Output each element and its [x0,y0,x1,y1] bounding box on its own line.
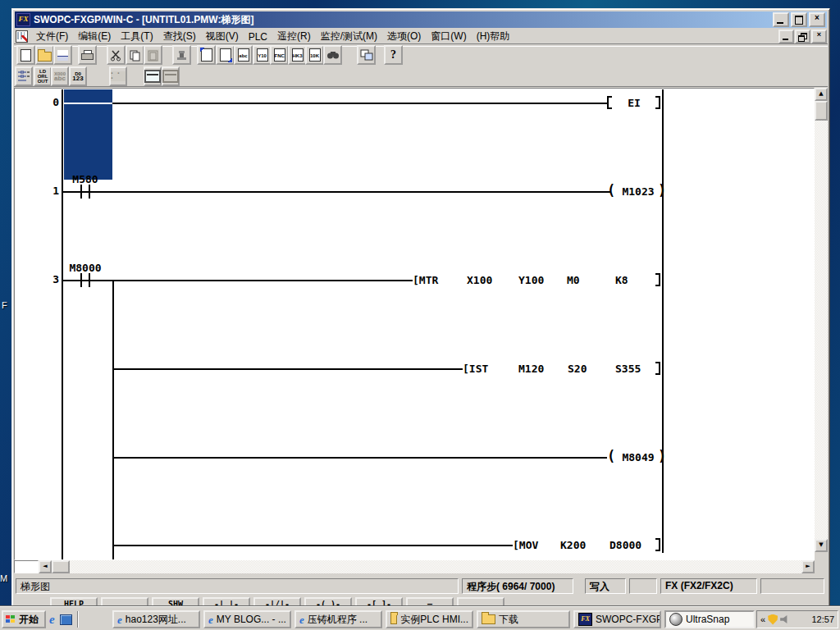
clock: 12:57 [811,614,834,624]
desktop-icon-label-fragment: M [0,573,7,583]
menu-plc[interactable]: PLC [244,30,272,44]
coil-paren-open: ( [607,449,615,463]
convert-button[interactable] [172,45,191,65]
contact-bar [89,273,90,287]
switch-window-button[interactable] [357,45,376,65]
menu-monitor-test[interactable]: 监控/测试(M) [316,28,382,45]
copy-button[interactable] [126,45,144,65]
help-button[interactable]: ? [384,45,403,65]
cut-button[interactable] [107,45,126,65]
contact-bar [80,273,82,287]
maximize-button[interactable] [791,12,807,27]
volume-icon[interactable] [780,615,789,623]
task-diecast-program[interactable]: e 压铸机程序 ... [294,610,382,628]
menu-remote[interactable]: 遥控(R) [272,28,316,45]
internet-explorer-icon: e [117,614,122,626]
monitor-icon [144,70,161,83]
register-view-button[interactable]: 10K [305,45,324,65]
task-ultrasnap[interactable]: UltraSnap [664,610,755,628]
instruction-mtr: [MTR [413,275,438,286]
ultrasnap-icon [669,613,682,626]
horizontal-scroll-thumb[interactable] [52,560,70,573]
menu-find[interactable]: 查找(S) [158,28,201,45]
mdi-minimize-button[interactable] [778,30,794,43]
menu-view[interactable]: 视图(V) [201,28,244,45]
stamp-icon [176,49,188,62]
internet-explorer-icon: e [299,614,304,626]
scroll-right-button[interactable]: ► [801,560,815,573]
rung-number: 1 [43,185,59,197]
close-button[interactable]: × [809,12,825,27]
abc-page-icon: abc [238,48,249,62]
menu-tools[interactable]: 工具(T) [116,28,158,45]
branch-wire [112,280,114,560]
device-comment-button[interactable]: X000 abc [51,66,69,86]
next-screen-button[interactable] [216,45,235,65]
wire [114,368,463,370]
security-shield-icon[interactable] [768,614,778,625]
mdi-restore-button[interactable] [795,30,810,43]
scroll-down-button[interactable]: ▼ [815,539,828,552]
ladder-canvas[interactable]: 0 1 3 EI M580 ( M1023 ) [14,88,815,560]
new-button[interactable] [16,45,35,65]
ladder-symbols-button[interactable] [15,66,33,86]
mdi-close-button[interactable]: × [811,30,827,43]
show-desktop-icon[interactable] [60,614,72,625]
start-button[interactable]: 开始 [2,610,46,628]
horizontal-scrollbar[interactable]: ◄ ► [39,560,815,573]
operand: X100 [467,275,492,286]
menu-window[interactable]: 窗口(W) [426,28,471,45]
coil-paren-close: ) [658,183,666,198]
device-view-button[interactable]: Y10 [253,45,272,65]
menu-help[interactable]: (H)帮助 [472,28,515,45]
save-button[interactable] [53,45,72,65]
task-download-folder[interactable]: 下载 [477,610,570,628]
minimize-button[interactable] [773,12,789,27]
instruction-bracket-close [655,273,660,286]
internet-explorer-icon: e [208,614,213,626]
task-swopc-fxgp[interactable]: FX SWOPC-FXGP/... [573,610,661,628]
instruction-ei: EI [615,98,653,109]
scroll-up-button[interactable]: ▲ [815,88,828,101]
instruction-list-button[interactable]: LD ORL OUT [34,66,52,86]
right-bus-bar [662,89,664,553]
contact-view-button[interactable]: HK3 [288,45,307,65]
operand: S20 [568,363,587,375]
menu-file[interactable]: 文件(F) [31,28,73,45]
title-bar[interactable]: FX SWOPC-FXGP/WIN-C - [UNTITL01.PMW:梯形图]… [15,11,827,28]
paste-button[interactable] [144,45,162,65]
abc-label: abc [54,76,66,81]
wire [112,103,607,104]
register-value-button[interactable]: D0 123 [69,66,87,86]
minimize-icon [777,22,783,24]
task-plc-hmi-folder[interactable]: 实例PLC HMI... [386,610,473,628]
windows-icon [360,49,373,61]
vertical-scroll-thumb[interactable] [815,101,828,121]
page-down-icon [220,48,231,62]
document-icon[interactable] [16,30,28,43]
scroll-left-button[interactable]: ◄ [39,560,52,573]
print-button[interactable] [78,45,97,65]
instruction-view-button[interactable]: FNC [270,45,289,65]
internet-explorer-icon[interactable]: e [49,614,55,626]
keypad-button[interactable]: · · · [109,66,127,86]
monitor-stop-button[interactable] [162,66,180,86]
printer-icon [81,50,94,61]
vertical-scrollbar[interactable]: ▲ ▼ [815,88,828,552]
desktop-icon-label-fragment: F [2,300,7,310]
open-folder-icon [38,52,52,62]
task-myblog[interactable]: e MY BLOG... - ... [203,610,291,628]
task-label: 实例PLC HMI... [400,613,468,627]
start-label: 开始 [19,613,39,627]
menu-options[interactable]: 选项(O) [382,28,426,45]
menu-edit[interactable]: 编辑(E) [73,28,116,45]
task-hao123[interactable]: e hao123网址... [112,610,200,628]
open-button[interactable] [35,45,54,65]
comment-view-button[interactable]: abc [234,45,253,65]
prev-screen-button[interactable] [197,45,216,65]
monitor-start-button[interactable] [144,66,162,86]
find-button[interactable] [323,45,342,65]
status-steps: 程序步( 6964/ 7000) [462,578,573,594]
chevron-icon[interactable]: « [760,614,765,624]
folder-icon [390,614,397,624]
